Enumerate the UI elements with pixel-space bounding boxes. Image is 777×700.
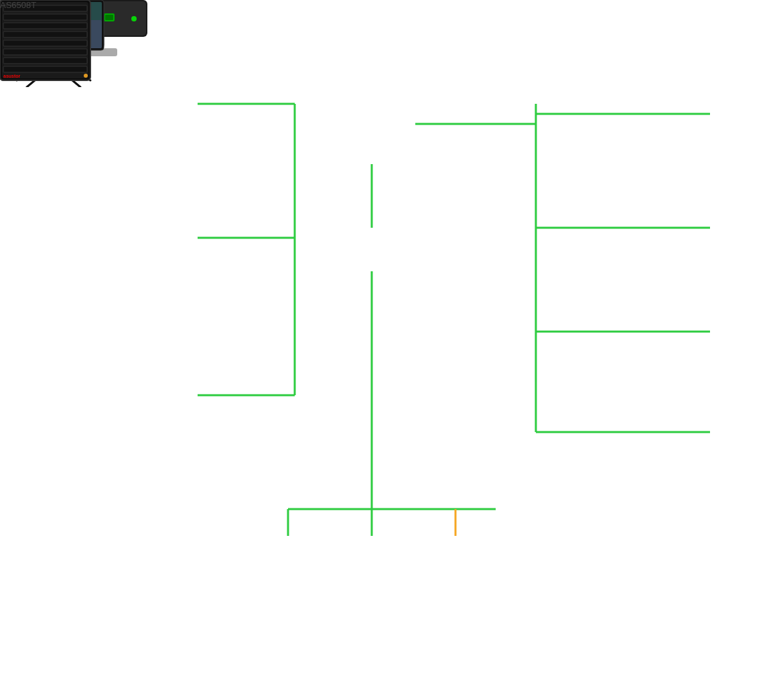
svg-rect-169 [3, 14, 87, 20]
svg-text:asustor: asustor [3, 74, 21, 78]
svg-rect-174 [3, 58, 87, 64]
svg-rect-175 [3, 66, 87, 72]
svg-point-177 [84, 74, 88, 78]
as6508t-device: asustor [0, 0, 97, 86]
network-diagram: WiFi 6 Router (2.5Gbps Port) [0, 0, 777, 700]
as6508t-label: AS6508T [0, 0, 36, 10]
svg-rect-173 [3, 49, 87, 55]
svg-rect-171 [3, 31, 87, 38]
svg-rect-172 [3, 40, 87, 46]
svg-rect-170 [3, 23, 87, 29]
